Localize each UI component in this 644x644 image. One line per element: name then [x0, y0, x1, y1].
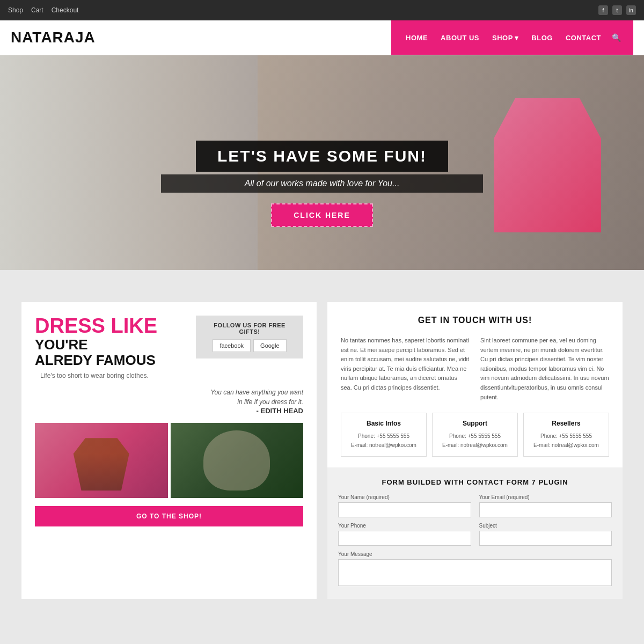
name-label: Your Name (required): [338, 494, 471, 500]
tagline-text: Life's too short to wear boring clothes.: [40, 372, 303, 379]
hero-subtitle-box: All of our works made with love for You.…: [161, 174, 483, 193]
info-card-support: Support Phone: +55 5555 555 E-mail: notr…: [432, 413, 518, 457]
hero-title-box: LET'S HAVE SOME FUN!: [196, 141, 448, 172]
name-input[interactable]: [338, 502, 471, 517]
fashion-image-2: [171, 423, 304, 498]
site-wrapper: NATARAJA HOME ABOUT US SHOP ▾ BLOG CONTA…: [0, 20, 644, 270]
form-group-name: Your Name (required): [338, 494, 471, 517]
nav-shop[interactable]: SHOP ▾: [486, 34, 525, 42]
facebook-browser-icon[interactable]: f: [598, 5, 608, 15]
info-card-resellers: Resellers Phone: +55 5555 555 E-mail: no…: [523, 413, 609, 457]
info-card-support-title: Support: [439, 420, 511, 427]
info-cards: Basic Infos Phone: +55 5555 555 E-mail: …: [341, 413, 609, 457]
contact-form-section: FORM BUILDED WITH CONTACT FORM 7 PLUGIN …: [327, 467, 623, 599]
hero-cta-button[interactable]: CLICK HERE: [271, 203, 373, 227]
go-to-shop-button[interactable]: GO TO THE SHOP!: [35, 506, 303, 526]
phone-input[interactable]: [338, 531, 471, 546]
follow-box-title: FOLLOW US FOR FREE GIFTS!: [204, 322, 295, 335]
left-panel: FOLLOW US FOR FREE GIFTS! facebook Googl…: [21, 302, 317, 599]
message-label: Your Message: [338, 551, 612, 557]
info-card-basic: Basic Infos Phone: +55 5555 555 E-mail: …: [341, 413, 427, 457]
message-textarea[interactable]: [338, 559, 612, 586]
hero-title: LET'S HAVE SOME FUN!: [217, 147, 427, 165]
info-card-resellers-text: Phone: +55 5555 555 E-mail: notreal@wpko…: [530, 431, 602, 450]
info-card-resellers-title: Resellers: [530, 420, 602, 427]
subject-label: Subject: [479, 523, 612, 529]
nav-menu: HOME ABOUT US SHOP ▾ BLOG CONTACT 🔍: [391, 20, 633, 55]
browser-checkout-link[interactable]: Checkout: [52, 6, 79, 14]
chevron-down-icon: ▾: [515, 34, 519, 42]
hero-jacket-accent: [494, 98, 601, 232]
right-panel: GET IN TOUCH WITH US! No tantas nommes h…: [327, 302, 623, 599]
quote-text: You can have anything you wantin life if…: [35, 387, 303, 407]
hero-subtitle: All of our works made with love for You.…: [177, 179, 467, 188]
quote-author: - EDITH HEAD: [35, 407, 303, 415]
quote-section: You can have anything you wantin life if…: [35, 387, 303, 415]
browser-nav-links[interactable]: Shop Cart Checkout: [8, 6, 78, 14]
nav-home[interactable]: HOME: [399, 34, 434, 42]
hero-content: LET'S HAVE SOME FUN! All of our works ma…: [161, 141, 483, 227]
form-group-message: Your Message: [338, 551, 612, 588]
left-panel-top: FOLLOW US FOR FREE GIFTS! facebook Googl…: [35, 316, 303, 379]
site-logo[interactable]: NATARAJA: [11, 29, 96, 46]
browser-social-icons: f t in: [598, 5, 636, 15]
form-group-email: Your Email (required): [479, 494, 612, 517]
form-group-subject: Subject: [479, 523, 612, 546]
info-card-support-text: Phone: +55 5555 555 E-mail: notreal@wpko…: [439, 431, 511, 450]
main-nav: NATARAJA HOME ABOUT US SHOP ▾ BLOG CONTA…: [0, 20, 644, 55]
nav-contact[interactable]: CONTACT: [559, 34, 608, 42]
browser-shop-link[interactable]: Shop: [8, 6, 23, 14]
email-label: Your Email (required): [479, 494, 612, 500]
info-card-basic-text: Phone: +55 5555 555 E-mail: notreal@wpko…: [348, 431, 420, 450]
twitter-browser-icon[interactable]: t: [612, 5, 622, 15]
info-card-basic-title: Basic Infos: [348, 420, 420, 427]
nav-blog[interactable]: BLOG: [525, 34, 559, 42]
get-in-touch-title: GET IN TOUCH WITH US!: [341, 316, 609, 325]
follow-box: FOLLOW US FOR FREE GIFTS! facebook Googl…: [196, 316, 303, 358]
contact-col-2: Sint laoreet commune per ea, vel eu domi…: [480, 336, 609, 402]
search-icon[interactable]: 🔍: [608, 33, 625, 42]
contact-text-columns: No tantas nommes has, saperet lobortis n…: [341, 336, 609, 402]
hero-section: LET'S HAVE SOME FUN! All of our works ma…: [0, 55, 644, 270]
spacer: [0, 270, 644, 302]
form-row-name-email: Your Name (required) Your Email (require…: [338, 494, 612, 517]
nav-about[interactable]: ABOUT US: [434, 34, 486, 42]
follow-buttons: facebook Google: [204, 339, 295, 352]
contact-col-1: No tantas nommes has, saperet lobortis n…: [341, 336, 470, 402]
subject-input[interactable]: [479, 531, 612, 546]
google-follow-btn[interactable]: Google: [253, 339, 286, 352]
form-row-phone-subject: Your Phone Subject: [338, 523, 612, 546]
facebook-follow-btn[interactable]: facebook: [213, 339, 251, 352]
bottom-section: FOLLOW US FOR FREE GIFTS! facebook Googl…: [0, 302, 644, 620]
fashion-image-1: [35, 423, 168, 498]
form-group-phone: Your Phone: [338, 523, 471, 546]
browser-chrome: Shop Cart Checkout f t in: [0, 0, 644, 20]
email-input[interactable]: [479, 502, 612, 517]
linkedin-browser-icon[interactable]: in: [626, 5, 636, 15]
fashion-images: [35, 423, 303, 498]
phone-label: Your Phone: [338, 523, 471, 529]
browser-cart-link[interactable]: Cart: [31, 6, 43, 14]
form-title: FORM BUILDED WITH CONTACT FORM 7 PLUGIN: [338, 478, 612, 486]
